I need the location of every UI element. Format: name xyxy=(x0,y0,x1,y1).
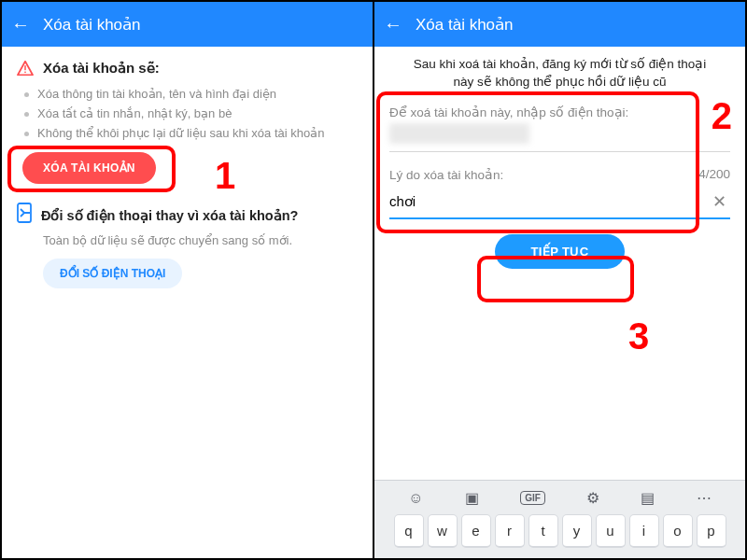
settings-icon[interactable]: ⚙ xyxy=(586,489,599,507)
change-number-title: Đổi số điện thoại thay vì xóa tài khoản? xyxy=(41,208,298,223)
key[interactable]: p xyxy=(697,514,726,548)
warning-bullets: Xóa thông tin tài khoản, tên và hình đại… xyxy=(22,84,358,143)
delete-notice: Sau khi xoá tài khoản, đăng ký mới từ số… xyxy=(389,56,730,91)
more-icon[interactable]: ⋯ xyxy=(697,489,712,507)
key[interactable]: u xyxy=(596,514,626,548)
phone-input-label: Để xoá tài khoản này, nhập số điện thoại… xyxy=(389,105,730,119)
svg-rect-0 xyxy=(24,65,25,70)
bullet-item: Xóa thông tin tài khoản, tên và hình đại… xyxy=(22,84,358,104)
key[interactable]: r xyxy=(495,514,525,548)
annotation-number-1: 1 xyxy=(215,155,235,197)
continue-button[interactable]: TIẾP TỤC xyxy=(495,234,624,269)
key[interactable]: i xyxy=(629,514,659,548)
bullet-item: Không thể khôi phục lại dữ liệu sau khi … xyxy=(22,123,358,143)
right-header: ← Xóa tài khoản xyxy=(374,2,745,47)
clear-icon[interactable]: ✕ xyxy=(709,191,730,212)
reason-label: Lý do xóa tài khoản: xyxy=(389,167,503,182)
change-number-icon xyxy=(17,203,32,228)
right-screen: ← Xóa tài khoản Sau khi xoá tài khoản, đ… xyxy=(374,2,745,558)
sticker-icon[interactable]: ▣ xyxy=(465,489,479,507)
key[interactable]: o xyxy=(663,514,693,548)
gif-icon[interactable]: GIF xyxy=(520,491,545,505)
change-number-subtext: Toàn bộ dữ liệu sẽ được chuyển sang số m… xyxy=(43,233,358,247)
change-number-button[interactable]: ĐỔI SỐ ĐIỆN THOẠI xyxy=(43,259,182,288)
key[interactable]: e xyxy=(461,514,491,548)
bullet-item: Xóa tất cả tin nhắn, nhật ký, bạn bè xyxy=(22,104,358,123)
left-header-title: Xóa tài khoản xyxy=(43,15,141,35)
delete-account-button[interactable]: XÓA TÀI KHOẢN xyxy=(22,152,156,184)
key[interactable]: t xyxy=(529,514,558,548)
key[interactable]: y xyxy=(562,514,592,548)
reason-char-count: 4/200 xyxy=(698,167,730,181)
key[interactable]: w xyxy=(428,514,458,548)
key[interactable]: q xyxy=(394,514,424,548)
back-icon[interactable]: ← xyxy=(11,15,30,34)
warning-triangle-icon xyxy=(17,61,34,76)
soft-keyboard[interactable]: ☺ ▣ GIF ⚙ ▤ ⋯ q w e r t y u i o p xyxy=(374,480,745,558)
clipboard-icon[interactable]: ▤ xyxy=(641,489,655,507)
keyboard-row-1: q w e r t y u i o p xyxy=(378,514,741,548)
warning-title: Xóa tài khoản sẽ: xyxy=(43,60,160,77)
phone-input-masked[interactable] xyxy=(389,123,529,144)
emoji-icon[interactable]: ☺ xyxy=(408,490,423,507)
back-icon[interactable]: ← xyxy=(384,15,402,34)
svg-rect-1 xyxy=(24,72,25,73)
left-header: ← Xóa tài khoản xyxy=(2,2,373,47)
left-screen: ← Xóa tài khoản Xóa tài khoản sẽ: Xóa th… xyxy=(2,2,374,558)
annotation-number-3: 3 xyxy=(628,315,649,357)
right-header-title: Xóa tài khoản xyxy=(416,15,514,35)
reason-input[interactable] xyxy=(389,193,662,209)
